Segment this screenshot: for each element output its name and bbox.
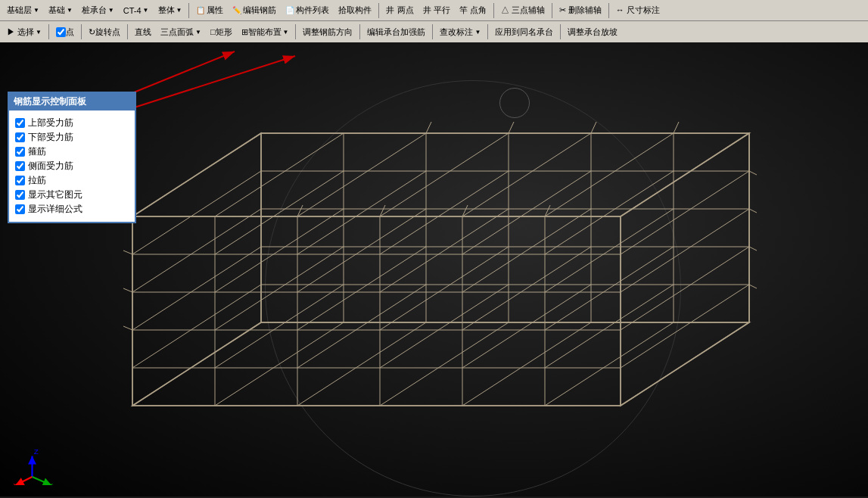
adjust-cap-slope-button[interactable]: 调整承台放坡 [564, 23, 621, 40]
overall-label: 整体 [158, 5, 175, 16]
separator12 [487, 24, 488, 39]
top-rebar-checkbox[interactable] [15, 118, 25, 128]
point-checkbox-label[interactable]: 点 [52, 23, 78, 40]
svg-line-26 [380, 133, 509, 216]
line-button[interactable]: 直线 [131, 23, 155, 40]
smart-layout-label: 智能布置 [248, 26, 282, 38]
component-list-button[interactable]: 📄 构件列表 [282, 2, 333, 19]
canvas-area[interactable]: 钢筋显示控制面板 上部受力筋 下部受力筋 箍筋 侧面受力筋 拉筋 [0, 42, 868, 496]
separator7 [81, 24, 82, 39]
checkbox-show-other[interactable]: 显示其它图元 [15, 188, 129, 201]
two-point-button[interactable]: 井 两点 [382, 2, 417, 19]
smart-layout-button[interactable]: ⊞ 智能布置 ▼ [238, 23, 293, 40]
checkbox-stirrup[interactable]: 箍筋 [15, 145, 129, 158]
checkbox-top-rebar[interactable]: 上部受力筋 [15, 117, 129, 129]
rotate-point-button[interactable]: ↻ 旋转点 [85, 23, 124, 40]
side-rebar-checkbox[interactable] [15, 161, 25, 171]
pick-component-button[interactable]: 拾取构件 [334, 2, 375, 19]
rebar-display-control-panel: 钢筋显示控制面板 上部受力筋 下部受力筋 箍筋 侧面受力筋 拉筋 [8, 92, 136, 223]
base-layer-label: 基础层 [7, 5, 32, 16]
pick-label: 拾取构件 [338, 5, 372, 16]
parallel-label: 井 平行 [423, 5, 450, 16]
svg-line-72 [749, 247, 757, 251]
svg-line-61 [545, 285, 674, 368]
list-icon: 📄 [285, 6, 294, 14]
show-other-label: 显示其它图元 [28, 188, 82, 201]
edit-cap-rebar-label: 编辑承台加强筋 [367, 26, 425, 38]
adjust-rebar-dir-button[interactable]: 调整钢筋方向 [299, 23, 356, 40]
show-other-checkbox[interactable] [15, 190, 25, 200]
edit-cap-rebar-button[interactable]: 编辑承台加强筋 [363, 23, 429, 40]
toolbar-row2: ▶ 选择 ▼ 点 ↻ 旋转点 直线 三点面弧 ▼ □ 矩形 ⊞ 智能布置 ▼ 调… [0, 21, 868, 42]
smart-icon: ⊞ [241, 27, 248, 37]
checkbox-tie-rebar[interactable]: 拉筋 [15, 174, 129, 187]
dropdown-pile-cap[interactable]: 桩承台 ▼ [78, 2, 118, 19]
show-formula-checkbox[interactable] [15, 204, 25, 214]
adjust-rebar-label: 调整钢筋方向 [303, 26, 353, 38]
svg-line-41 [621, 285, 749, 368]
bottom-rebar-checkbox[interactable] [15, 132, 25, 142]
dropdown-ct4[interactable]: CT-4 ▼ [120, 2, 153, 19]
separator11 [432, 24, 433, 39]
svg-line-50 [462, 209, 591, 292]
coordinate-indicator: X Y Z [11, 444, 53, 485]
svg-marker-0 [132, 322, 749, 406]
y-axis-label: Y [48, 481, 53, 485]
annotation-chevron-icon: ▼ [474, 29, 481, 36]
svg-line-28 [545, 133, 674, 216]
property-icon: 📋 [196, 6, 205, 14]
property-button[interactable]: 📋 属性 [192, 2, 227, 19]
dropdown-base-layer[interactable]: 基础层 ▼ [3, 2, 43, 19]
rect-icon: □ [210, 27, 216, 36]
edit-rebar-button[interactable]: ✏️ 编辑钢筋 [229, 2, 280, 19]
check-annotation-label: 查改标注 [440, 26, 473, 38]
smart-chevron-icon: ▼ [283, 29, 289, 36]
svg-line-29 [215, 322, 344, 406]
svg-line-54 [380, 247, 509, 330]
rect-button[interactable]: □ 矩形 [207, 23, 236, 40]
svg-line-76 [123, 326, 132, 330]
svg-line-71 [749, 209, 757, 213]
svg-line-27 [462, 133, 591, 216]
arc-chevron-icon: ▼ [195, 29, 201, 36]
svg-marker-3 [621, 133, 749, 406]
point-checkbox[interactable] [56, 27, 66, 37]
x-axis-label: X [13, 481, 18, 485]
tie-rebar-checkbox[interactable] [15, 176, 25, 185]
select-dropdown[interactable]: ▶ 选择 ▼ [3, 23, 45, 40]
point-angle-button[interactable]: 竿 点角 [456, 2, 490, 19]
check-annotation-button[interactable]: 查改标注 ▼ [436, 23, 484, 40]
dimension-button[interactable]: ↔ 尺寸标注 [612, 2, 664, 19]
separator4 [552, 3, 552, 18]
svg-line-45 [462, 171, 591, 254]
dropdown-foundation[interactable]: 基础 ▼ [45, 2, 76, 19]
line-label: 直线 [135, 26, 151, 38]
parallel-button[interactable]: 井 平行 [419, 2, 454, 19]
apply-same-cap-label: 应用到同名承台 [495, 26, 553, 38]
checkbox-show-formula[interactable]: 显示详细公式 [15, 203, 129, 216]
apply-same-cap-button[interactable]: 应用到同名承台 [491, 23, 557, 40]
separator8 [127, 24, 128, 39]
two-point-label: 井 两点 [386, 5, 413, 16]
checkbox-side-rebar[interactable]: 侧面受力筋 [15, 160, 129, 173]
separator10 [359, 24, 360, 39]
three-point-axis-button[interactable]: △ 三点辅轴 [497, 2, 549, 19]
svg-line-47 [215, 209, 344, 292]
svg-line-55 [462, 247, 591, 330]
checkbox-bottom-rebar[interactable]: 下部受力筋 [15, 131, 129, 144]
svg-line-42 [215, 171, 344, 254]
three-point-axis-label: △ 三点辅轴 [501, 5, 545, 16]
three-point-arc-button[interactable]: 三点面弧 ▼ [157, 23, 205, 40]
delete-axis-button[interactable]: ✂ 删除辅轴 [555, 2, 605, 19]
svg-line-32 [462, 322, 591, 406]
dropdown-overall[interactable]: 整体 ▼ [154, 2, 186, 19]
pile-cap-label: 桩承台 [82, 5, 107, 16]
adjust-cap-slope-label: 调整承台放坡 [568, 26, 618, 38]
separator1 [188, 3, 189, 18]
separator5 [608, 3, 609, 18]
svg-line-49 [380, 209, 509, 292]
stirrup-checkbox[interactable] [15, 147, 25, 157]
svg-line-69 [674, 122, 679, 133]
show-formula-label: 显示详细公式 [28, 203, 82, 216]
point-angle-label: 竿 点角 [459, 5, 487, 16]
